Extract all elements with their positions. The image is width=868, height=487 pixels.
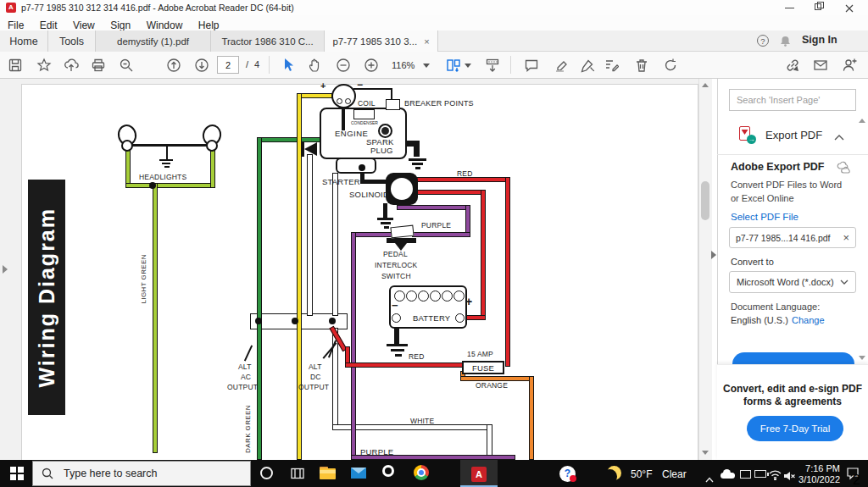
- clock-time[interactable]: 7:16 PM: [793, 463, 840, 473]
- selected-file-chip[interactable]: p7-77 1985...14 416.pdf ×: [729, 227, 856, 248]
- taskbar-search-box[interactable]: Type here to search: [32, 461, 251, 486]
- zoom-in-icon[interactable]: [364, 58, 379, 73]
- tab-doc-active[interactable]: p7-77 1985 310 3... ×: [324, 30, 438, 52]
- shape: [836, 161, 853, 174]
- action-center-icon[interactable]: 2: [846, 467, 860, 484]
- shape: [613, 65, 619, 71]
- cortana-icon[interactable]: [260, 467, 273, 479]
- adobe-export-heading: Adobe Export PDF: [731, 161, 824, 173]
- tab-doc-tractor[interactable]: Tractor 1986 310 C...: [210, 30, 324, 52]
- page-view-icon[interactable]: [446, 58, 461, 73]
- menu-file[interactable]: File: [8, 19, 24, 31]
- free-trial-button[interactable]: Free 7-Day Trial: [747, 416, 843, 441]
- sign-pen-icon[interactable]: [580, 58, 595, 73]
- tab-tools[interactable]: Tools: [47, 30, 95, 52]
- scrolling-mode-icon[interactable]: [485, 58, 500, 73]
- scrollbar-thumb[interactable]: [701, 181, 709, 220]
- display-tray-icon[interactable]: [740, 470, 751, 479]
- acrobat-taskbar-button[interactable]: A: [460, 460, 498, 487]
- blk: [131, 144, 209, 147]
- select-tool-icon[interactable]: [281, 58, 296, 73]
- star-icon[interactable]: [36, 58, 52, 73]
- page-view-caret[interactable]: [465, 64, 471, 68]
- wire-segment: [257, 137, 262, 460]
- coil-terminal-1: [337, 98, 342, 104]
- sidebar-scroll-up-icon[interactable]: [859, 119, 865, 123]
- sign-in-button[interactable]: Sign In: [802, 34, 837, 46]
- delete-icon[interactable]: [634, 58, 649, 73]
- wifi-icon[interactable]: [769, 468, 782, 484]
- share-upload-icon[interactable]: [64, 58, 79, 73]
- tab-bar: Home Tools demystify (1).pdf Tractor 198…: [0, 30, 868, 52]
- minimize-button[interactable]: [785, 8, 794, 8]
- hand-tool-icon[interactable]: [308, 58, 323, 73]
- previous-page-icon[interactable]: [166, 58, 181, 73]
- label-pedal: PEDAL: [383, 250, 408, 258]
- loop-app-icon[interactable]: [382, 465, 394, 477]
- shape: [456, 68, 459, 71]
- task-view-icon[interactable]: [291, 468, 304, 483]
- zoom-level-value[interactable]: 116%: [392, 60, 415, 70]
- weather-temp[interactable]: 50°F: [631, 468, 652, 480]
- tray-expand-icon[interactable]: [705, 471, 714, 486]
- scrollbar-down-icon[interactable]: [702, 451, 709, 455]
- format-select[interactable]: Microsoft Word (*.docx): [729, 271, 856, 293]
- zoom-dropdown-caret[interactable]: [423, 64, 430, 68]
- page-number-input[interactable]: 2: [217, 56, 239, 74]
- scrollbar-up-icon[interactable]: [702, 83, 709, 87]
- share-person-icon[interactable]: [842, 58, 857, 73]
- menu-view[interactable]: View: [73, 19, 95, 31]
- link-icon[interactable]: [785, 58, 800, 73]
- tab-home[interactable]: Home: [0, 30, 47, 52]
- next-page-icon[interactable]: [194, 58, 209, 73]
- export-collapse-icon[interactable]: [834, 130, 844, 145]
- menu-window[interactable]: Window: [147, 19, 183, 31]
- shape: [841, 280, 848, 284]
- menu-sign[interactable]: Sign: [110, 19, 131, 31]
- shape: [95, 66, 102, 71]
- comment-icon[interactable]: [524, 58, 539, 73]
- rotate-icon[interactable]: [663, 58, 678, 73]
- fill-sign-icon[interactable]: [604, 58, 619, 73]
- close-button[interactable]: [844, 2, 854, 12]
- chrome-icon[interactable]: [414, 465, 429, 480]
- dot: [359, 164, 365, 171]
- help-icon[interactable]: ?: [757, 35, 769, 47]
- change-language-link[interactable]: Change: [792, 315, 825, 325]
- chip-close-icon[interactable]: ×: [843, 231, 849, 244]
- menu-edit[interactable]: Edit: [40, 19, 58, 31]
- select-pdf-file-link[interactable]: Select PDF File: [731, 212, 798, 222]
- export-pdf-header[interactable]: Export PDF: [765, 129, 822, 141]
- clouds-icon: [836, 161, 853, 178]
- bell-icon[interactable]: [779, 35, 792, 51]
- battery-tray-icon[interactable]: [754, 470, 766, 478]
- label-alt-dc-3: OUTPUT: [298, 383, 329, 391]
- convert-button-partial[interactable]: [732, 352, 854, 364]
- blk: [360, 180, 388, 184]
- start-button-icon[interactable]: [10, 467, 24, 480]
- menu-help[interactable]: Help: [198, 19, 220, 31]
- sidebar-scroll-down-icon[interactable]: [859, 356, 865, 360]
- document-scrollbar[interactable]: [698, 79, 712, 460]
- sidebar-collapse-icon[interactable]: [711, 251, 716, 259]
- shape: [38, 59, 50, 70]
- tab-doc-demystify[interactable]: demystify (1).pdf: [95, 30, 210, 52]
- label-condenser: CONDENSER: [351, 120, 378, 125]
- zoom-out-icon[interactable]: [336, 58, 351, 73]
- shape: [815, 62, 826, 67]
- email-icon[interactable]: [813, 58, 828, 73]
- sidebar-search-input[interactable]: [729, 89, 856, 111]
- wiring-diagram-banner-text: Wiring Diagram: [35, 208, 59, 388]
- print-icon[interactable]: [91, 58, 106, 73]
- moon-icon[interactable]: [607, 466, 621, 480]
- tab-close-icon[interactable]: ×: [424, 36, 429, 47]
- left-panel-expand-icon[interactable]: [3, 265, 8, 274]
- save-icon[interactable]: [8, 58, 23, 73]
- weather-condition[interactable]: Clear: [662, 468, 687, 480]
- clock-date[interactable]: 3/10/2022: [793, 474, 840, 484]
- shape: [489, 62, 497, 71]
- highlighter-icon[interactable]: [554, 58, 569, 73]
- help-tray-icon[interactable]: ?: [559, 466, 576, 482]
- blk: [409, 158, 426, 161]
- search-icon[interactable]: [119, 58, 134, 73]
